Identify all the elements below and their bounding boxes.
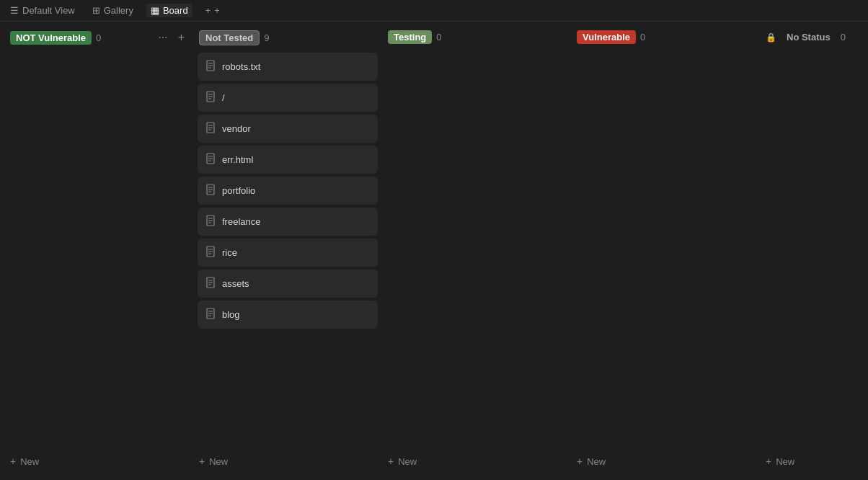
default-view-icon: ☰ [10,5,19,16]
column-testing: Testing0+New [386,30,567,471]
new-label-testing: New [398,456,417,467]
column-header-vulnerable: Vulnerable0 [575,30,756,44]
new-item-no-status[interactable]: +New [764,451,868,471]
lock-icon: 🔒 [766,32,776,43]
document-icon [206,215,216,228]
plus-icon: + [577,455,583,467]
column-header-not-tested: Not Tested9 [198,30,378,45]
plus-label: + [214,5,220,16]
card-list-not-tested: robots.txt / vendor err.html por [198,53,378,448]
dots-button-not-vulnerable[interactable]: ··· [155,30,170,45]
add-button-not-vulnerable[interactable]: + [175,30,187,45]
plus-icon: + [388,455,394,467]
plus-icon: + [178,31,185,43]
board-icon: ▦ [151,5,159,16]
card-robots[interactable]: robots.txt [198,53,378,81]
column-badge-testing[interactable]: Testing [388,30,432,44]
column-badge-no-status[interactable]: No Status [781,30,836,44]
card-blog[interactable]: blog [198,301,378,329]
card-err[interactable]: err.html [198,146,378,174]
gallery-icon: ⊞ [92,5,100,16]
column-header-no-status: 🔒No Status0 [764,30,868,44]
document-icon [206,122,216,135]
column-not-tested: Not Tested9 robots.txt / vendor [198,30,378,471]
new-label-not-vulnerable: New [20,456,39,467]
column-badge-not-tested[interactable]: Not Tested [199,30,260,45]
gallery-label: Gallery [104,5,133,16]
document-icon [206,184,216,197]
card-title-robots: robots.txt [222,61,260,72]
document-icon [206,60,216,74]
column-vulnerable: Vulnerable0+New [575,30,756,471]
new-item-testing[interactable]: +New [386,451,567,471]
new-item-not-vulnerable[interactable]: +New [9,451,189,471]
column-not-vulnerable: NOT Vulnerable0···++New [9,30,189,471]
card-title-rice: rice [222,247,237,258]
column-no-status: 🔒No Status0+New [764,30,868,471]
top-bar: ☰Default View⊞Gallery▦Board++ [0,0,868,22]
plus-icon: + [205,5,211,16]
card-title-slash: / [222,92,225,103]
column-header-testing: Testing0 [386,30,567,44]
document-icon [206,153,216,166]
new-label-no-status: New [776,456,794,467]
new-item-not-tested[interactable]: +New [198,451,378,471]
topbar-item-gallery[interactable]: ⊞Gallery [88,4,138,17]
topbar-item-plus[interactable]: ++ [201,4,224,17]
card-title-vendor: vendor [222,123,251,134]
column-actions-not-vulnerable: ···+ [155,30,187,45]
card-list-not-vulnerable [9,52,189,448]
board-container: NOT Vulnerable0···++NewNot Tested9 robot… [0,22,868,480]
column-count-vulnerable: 0 [640,32,645,43]
document-icon [206,277,216,290]
plus-icon: + [766,455,771,467]
column-badge-vulnerable[interactable]: Vulnerable [577,30,636,44]
column-count-not-tested: 9 [264,32,269,43]
card-vendor[interactable]: vendor [198,115,378,143]
topbar-item-board[interactable]: ▦Board [146,4,192,17]
card-title-err: err.html [222,154,253,165]
topbar-item-default-view[interactable]: ☰Default View [6,4,79,17]
column-count-testing: 0 [436,32,441,43]
card-portfolio[interactable]: portfolio [198,177,378,205]
plus-icon: + [10,455,16,467]
board-label: Board [163,5,188,16]
dots-icon: ··· [158,31,167,43]
default-view-label: Default View [22,5,75,16]
new-label-not-tested: New [209,456,228,467]
new-label-vulnerable: New [587,456,606,467]
new-item-vulnerable[interactable]: +New [575,451,756,471]
card-list-no-status [764,51,868,448]
document-icon [206,246,216,259]
column-count-not-vulnerable: 0 [96,32,101,43]
card-rice[interactable]: rice [198,239,378,267]
card-title-blog: blog [222,309,240,320]
column-badge-not-vulnerable[interactable]: NOT Vulnerable [10,31,92,45]
card-list-vulnerable [575,51,756,448]
card-title-freelance: freelance [222,216,260,227]
plus-icon: + [199,455,205,467]
card-list-testing [386,51,567,448]
card-title-portfolio: portfolio [222,185,255,196]
document-icon [206,308,216,321]
card-slash[interactable]: / [198,84,378,112]
card-assets[interactable]: assets [198,270,378,298]
column-header-not-vulnerable: NOT Vulnerable0···+ [9,30,189,45]
column-count-no-status: 0 [841,32,846,43]
card-freelance[interactable]: freelance [198,208,378,236]
card-title-assets: assets [222,278,249,289]
document-icon [206,91,216,105]
